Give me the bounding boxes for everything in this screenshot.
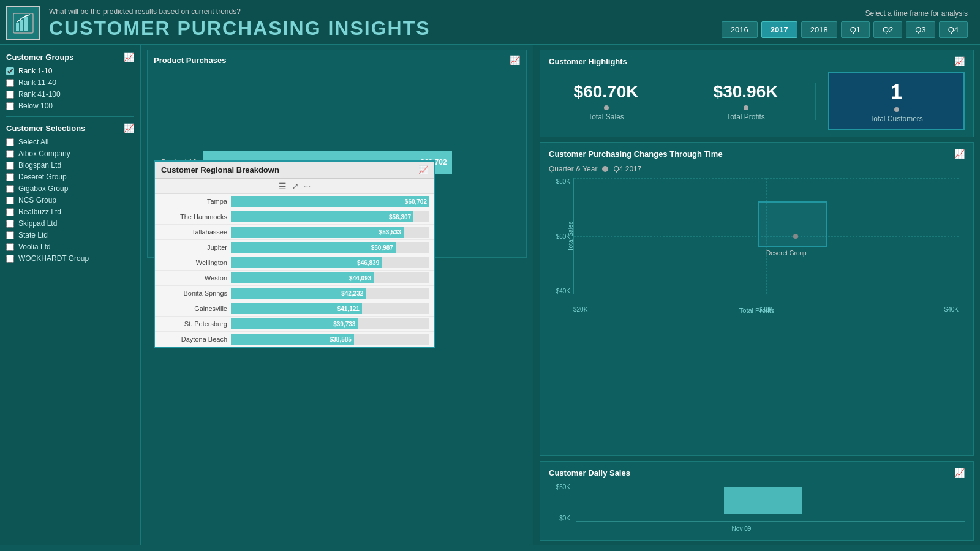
- highlights-title: Customer Highlights: [549, 57, 627, 66]
- group-item-2[interactable]: Rank 41-100: [6, 90, 134, 99]
- x-axis-title: Total Profits: [739, 307, 774, 314]
- daily-header: Customer Daily Sales 📈: [549, 468, 965, 478]
- header: What will be the predicted results based…: [0, 0, 980, 45]
- selection-item-2[interactable]: Blogspan Ltd: [6, 161, 134, 170]
- highlights-section: Customer Highlights 📈 $60.70KTotal Sales…: [540, 50, 974, 137]
- timeframe-label: Select a time frame for analysis: [865, 9, 968, 18]
- header-text: What will be the predicted results based…: [49, 7, 431, 40]
- product-purchases-header: Product Purchases 📈: [154, 55, 520, 65]
- daily-title: Customer Daily Sales: [549, 468, 630, 478]
- q2-btn[interactable]: Q2: [873, 21, 902, 38]
- x-label-40k: $40K: [944, 306, 959, 313]
- svg-rect-2: [20, 20, 23, 31]
- daily-icon: 📈: [954, 468, 965, 478]
- quarter-value: Q4 2017: [613, 165, 641, 173]
- header-right: Select a time frame for analysis 2016 20…: [722, 9, 968, 38]
- daily-gridline-50k: [576, 484, 965, 484]
- regional-row: Weston$44,093: [155, 271, 434, 286]
- selections-list: Select AllAibox CompanyBlogspan LtdDeser…: [6, 138, 134, 263]
- logo-icon: [6, 6, 40, 40]
- groups-list: Rank 1-10Rank 11-40Rank 41-100Below 100: [6, 67, 134, 110]
- year-2017-btn[interactable]: 2017: [761, 21, 797, 38]
- changes-section: Customer Purchasing Changes Through Time…: [540, 142, 974, 456]
- groups-chart-icon: 📈: [124, 52, 134, 62]
- highlights-icon: 📈: [954, 56, 965, 66]
- daily-y-labels: $50K $0K: [549, 484, 573, 522]
- toolbar-more-icon[interactable]: ···: [304, 181, 311, 191]
- highlight-card-0: $60.70KTotal Sales: [549, 82, 663, 121]
- highlight-dot-1: [744, 105, 748, 110]
- daily-y-0k: $0K: [559, 515, 570, 522]
- customer-groups-title: Customer Groups 📈: [6, 52, 134, 62]
- daily-chart: $50K $0K Nov 09: [549, 484, 965, 533]
- regional-row: Bonita Springs$42,232: [155, 286, 434, 301]
- changes-header: Customer Purchasing Changes Through Time…: [549, 149, 965, 159]
- timeframe-buttons: 2016 2017 2018 Q1 Q2 Q3 Q4: [722, 21, 968, 38]
- deseret-group-label: Deseret Group: [766, 250, 807, 257]
- regional-chart-icon: 📈: [418, 165, 428, 174]
- regional-row: Wellington$46,839: [155, 255, 434, 271]
- changes-icon: 📈: [954, 149, 965, 159]
- regional-row: Daytona Beach$38,585: [155, 332, 434, 347]
- group-item-3[interactable]: Below 100: [6, 102, 134, 110]
- regional-rows-container: Tampa$60,702The Hammocks$56,307Tallahass…: [155, 194, 434, 347]
- regional-header: Customer Regional Breakdown 📈: [155, 162, 434, 179]
- group-item-1[interactable]: Rank 11-40: [6, 78, 134, 87]
- regional-toolbar: ☰ ⤢ ···: [155, 179, 434, 194]
- quarter-dot: [602, 166, 608, 172]
- selection-item-10[interactable]: WOCKHARDT Group: [6, 254, 134, 263]
- quarter-label: Quarter & Year: [549, 165, 597, 173]
- deseret-group-dot: [793, 234, 798, 239]
- highlights-cards: $60.70KTotal Sales$30.96KTotal Profits1T…: [549, 72, 965, 130]
- q4-btn[interactable]: Q4: [939, 21, 968, 38]
- selections-chart-icon: 📈: [124, 123, 134, 133]
- y-label-40k: $40K: [556, 288, 570, 294]
- highlights-divider-2: [815, 83, 816, 120]
- regional-row: Gainesville$41,121: [155, 301, 434, 317]
- right-panel: Customer Highlights 📈 $60.70KTotal Sales…: [533, 45, 980, 545]
- svg-rect-1: [16, 23, 19, 31]
- q1-btn[interactable]: Q1: [841, 21, 870, 38]
- selection-item-8[interactable]: State Ltd: [6, 231, 134, 239]
- product-purchases-section: Product Purchases 📈 Product 16 $60,702 C…: [147, 50, 527, 258]
- selection-item-7[interactable]: Skippad Ltd: [6, 219, 134, 228]
- selection-item-0[interactable]: Select All: [6, 138, 134, 146]
- regional-row: Jupiter$50,987: [155, 240, 434, 255]
- svg-rect-3: [24, 17, 28, 31]
- highlight-card-2: 1Total Customers: [828, 72, 965, 130]
- selection-item-9[interactable]: Voolia Ltd: [6, 242, 134, 251]
- selection-item-3[interactable]: Deseret Group: [6, 173, 134, 181]
- regional-row: Tallahassee$53,533: [155, 225, 434, 240]
- selection-item-6[interactable]: Realbuzz Ltd: [6, 208, 134, 216]
- header-left: What will be the predicted results based…: [6, 6, 431, 40]
- main-layout: Customer Groups 📈 Rank 1-10Rank 11-40Ran…: [0, 45, 980, 545]
- changes-title: Customer Purchasing Changes Through Time: [549, 149, 723, 159]
- center-content: Product Purchases 📈 Product 16 $60,702 C…: [141, 45, 533, 545]
- toolbar-expand-icon[interactable]: ⤢: [292, 181, 299, 191]
- highlight-dot-2: [894, 107, 899, 112]
- product-purchases-title: Product Purchases: [154, 56, 227, 65]
- scatter-chart-box: Total Sales Deseret Group: [573, 178, 959, 294]
- q3-btn[interactable]: Q3: [906, 21, 935, 38]
- selection-item-1[interactable]: Aibox Company: [6, 149, 134, 158]
- highlight-dot-0: [604, 105, 609, 110]
- product-chart-icon: 📈: [510, 55, 520, 65]
- deseret-group-rect: [758, 201, 827, 248]
- selection-item-4[interactable]: Gigabox Group: [6, 184, 134, 193]
- selection-item-5[interactable]: NCS Group: [6, 196, 134, 204]
- scatter-chart-area: $80K $60K $40K Total Sales: [549, 178, 965, 313]
- daily-bars-area: Nov 09: [576, 484, 965, 522]
- toolbar-menu-icon[interactable]: ☰: [279, 181, 287, 191]
- year-2016-btn[interactable]: 2016: [722, 21, 758, 38]
- customer-selections-title: Customer Selections 📈: [6, 123, 134, 133]
- highlight-card-1: $30.96KTotal Profits: [688, 82, 803, 121]
- daily-sales-section: Customer Daily Sales 📈 $50K $0K Nov 09: [540, 461, 974, 541]
- regional-row: Tampa$60,702: [155, 194, 434, 209]
- header-subtitle: What will be the predicted results based…: [49, 7, 431, 16]
- year-2018-btn[interactable]: 2018: [801, 21, 837, 38]
- group-item-0[interactable]: Rank 1-10: [6, 67, 134, 75]
- header-title: CUSTOMER PURCHASING INSIGHTS: [49, 17, 431, 40]
- regional-row: St. Petersburg$39,733: [155, 317, 434, 332]
- sidebar: Customer Groups 📈 Rank 1-10Rank 11-40Ran…: [0, 45, 141, 545]
- daily-x-nov09: Nov 09: [732, 525, 752, 532]
